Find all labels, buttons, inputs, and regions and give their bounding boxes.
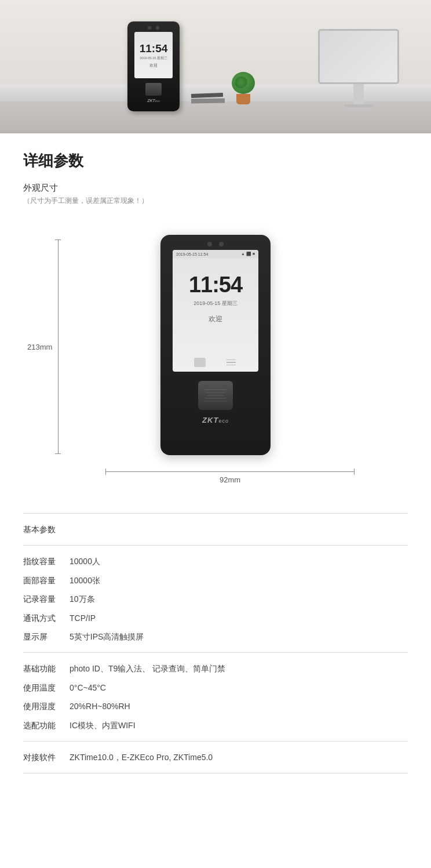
- fingerprint-sensor: [198, 381, 233, 410]
- spec-label-record: 记录容量: [23, 593, 70, 605]
- screen-time: 11:54: [189, 273, 242, 297]
- specs-section: 基本参数 指纹容量 10000人 面部容量 10000张 记录容量 10万条 通…: [23, 513, 408, 773]
- dimensions-note: （尺寸为手工测量，误差属正常现象！）: [23, 196, 408, 206]
- device-body: 2019-05-15 11:54 ▲ ⬛ ■ 11:54 2019-05-15 …: [160, 235, 271, 455]
- vertical-measurement: 213mm: [55, 239, 61, 454]
- spec-label-comm: 通讯方式: [23, 612, 70, 624]
- spec-row-fingerprint: 指纹容量 10000人: [23, 555, 408, 568]
- spec-label-humidity: 使用湿度: [23, 700, 70, 713]
- sensor-right: [219, 242, 224, 246]
- screen-welcome: 欢迎: [209, 314, 222, 324]
- specs-group-basic: 基本参数: [23, 513, 408, 545]
- hero-books: [191, 93, 225, 103]
- spec-label-face: 面部容量: [23, 574, 70, 587]
- screen-statusbar: 2019-05-15 11:54 ▲ ⬛ ■: [173, 250, 258, 258]
- spec-value-comm: TCP/IP: [70, 612, 408, 624]
- hero-date-text: 2019-05-15 星期三: [140, 56, 167, 60]
- spec-row-face: 面部容量 10000张: [23, 574, 408, 587]
- spec-value-optional: IC模块、内置WIFI: [70, 719, 408, 732]
- spec-row-temp: 使用温度 0°C~45°C: [23, 681, 408, 694]
- spec-value-software: ZKTime10.0，E-ZKEco Pro, ZKTime5.0: [70, 751, 408, 764]
- device-screen: 2019-05-15 11:54 ▲ ⬛ ■ 11:54 2019-05-15 …: [173, 250, 258, 372]
- screen-status-text: 2019-05-15 11:54: [176, 252, 208, 256]
- device-illustration: 2019-05-15 11:54 ▲ ⬛ ■ 11:54 2019-05-15 …: [160, 235, 271, 461]
- spec-value-display: 5英寸IPS高清触摸屏: [70, 630, 408, 643]
- spec-value-temp: 0°C~45°C: [70, 681, 408, 694]
- screen-date: 2019-05-15 星期三: [193, 300, 238, 307]
- screen-camera-icon: [194, 358, 206, 367]
- spec-value-humidity: 20%RH~80%RH: [70, 700, 408, 713]
- spec-row-basic: 基本参数: [23, 523, 408, 536]
- spec-value-fingerprint: 10000人: [70, 555, 408, 568]
- spec-label-temp: 使用温度: [23, 681, 70, 694]
- hero-fingerprint: [145, 83, 162, 96]
- section-title: 详细参数: [23, 151, 408, 171]
- specs-group-function: 基础功能 photo ID、T9输入法、 记录查询、简单门禁 使用温度 0°C~…: [23, 652, 408, 741]
- hero-time: 11:54: [140, 42, 168, 55]
- spec-row-function: 基础功能 photo ID、T9输入法、 记录查询、简单门禁: [23, 662, 408, 675]
- hero-monitor: [318, 29, 399, 107]
- spec-value-face: 10000张: [70, 574, 408, 587]
- device-top-sensors: [207, 242, 224, 246]
- device-diagram: 213mm 2019-05-15 11:54 ▲ ⬛ ■: [23, 217, 408, 496]
- spec-label-software: 对接软件: [23, 751, 70, 764]
- spec-row-display: 显示屏 5英寸IPS高清触摸屏: [23, 630, 408, 643]
- spec-value-record: 10万条: [70, 593, 408, 605]
- spec-value-function: photo ID、T9输入法、 记录查询、简单门禁: [70, 662, 408, 675]
- specs-group-capacity: 指纹容量 10000人 面部容量 10000张 记录容量 10万条 通讯方式 T…: [23, 545, 408, 652]
- hero-welcome-text: 欢迎: [149, 63, 158, 68]
- hero-brand-label: ZKTeco: [147, 99, 160, 103]
- sensor-left: [207, 242, 212, 246]
- spec-row-software: 对接软件 ZKTime10.0，E-ZKEco Pro, ZKTime5.0: [23, 751, 408, 764]
- main-content: 详细参数 外观尺寸 （尺寸为手工测量，误差属正常现象！） 213mm: [0, 133, 431, 797]
- hero-banner: 11:54 2019-05-15 星期三 欢迎 ZKTeco: [0, 0, 431, 133]
- spec-label-optional: 选配功能: [23, 719, 70, 732]
- width-label: 92mm: [220, 475, 240, 484]
- hero-plant: [232, 72, 255, 104]
- hero-device: 11:54 2019-05-15 星期三 欢迎 ZKTeco: [127, 21, 180, 111]
- spec-label-function: 基础功能: [23, 662, 70, 675]
- spec-row-optional: 选配功能 IC模块、内置WIFI: [23, 719, 408, 732]
- screen-bottom-icons: [173, 358, 258, 367]
- screen-menu-icon: [225, 358, 237, 367]
- spec-label-fingerprint: 指纹容量: [23, 555, 70, 568]
- spec-label-display: 显示屏: [23, 630, 70, 643]
- spec-label-basic: 基本参数: [23, 523, 70, 536]
- height-label: 213mm: [27, 343, 52, 351]
- spec-row-record: 记录容量 10万条: [23, 593, 408, 605]
- spec-row-humidity: 使用湿度 20%RH~80%RH: [23, 700, 408, 713]
- dimensions-label: 外观尺寸: [23, 183, 408, 194]
- spec-row-comm: 通讯方式 TCP/IP: [23, 612, 408, 624]
- dimensions-section: 外观尺寸 （尺寸为手工测量，误差属正常现象！） 213mm: [23, 183, 408, 496]
- horizontal-measurement: 92mm: [75, 471, 385, 484]
- device-brand: ZKTeco: [202, 416, 229, 424]
- specs-group-software: 对接软件 ZKTime10.0，E-ZKEco Pro, ZKTime5.0: [23, 741, 408, 773]
- screen-icons-right: ▲ ⬛ ■: [241, 252, 255, 256]
